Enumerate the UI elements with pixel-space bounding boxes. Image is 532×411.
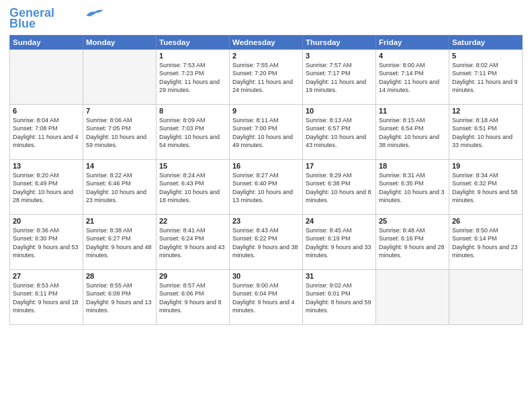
day-number: 9 [232, 107, 300, 115]
day-number: 6 [13, 107, 80, 115]
day-cell: 15Sunrise: 8:24 AM Sunset: 6:43 PM Dayli… [157, 159, 230, 214]
day-cell: 17Sunrise: 8:29 AM Sunset: 6:38 PM Dayli… [303, 159, 376, 214]
day-number: 23 [232, 217, 300, 225]
day-number: 4 [379, 52, 446, 60]
header: General Blue [9, 7, 523, 31]
day-cell: 20Sunrise: 8:36 AM Sunset: 6:30 PM Dayli… [10, 214, 83, 269]
day-number: 3 [306, 52, 373, 60]
day-info: Sunrise: 8:45 AM Sunset: 6:19 PM Dayligh… [306, 226, 373, 260]
day-info: Sunrise: 8:34 AM Sunset: 6:32 PM Dayligh… [452, 171, 519, 205]
day-info: Sunrise: 8:38 AM Sunset: 6:27 PM Dayligh… [86, 226, 153, 260]
day-info: Sunrise: 8:18 AM Sunset: 6:51 PM Dayligh… [452, 116, 519, 150]
day-cell: 29Sunrise: 8:57 AM Sunset: 6:06 PM Dayli… [157, 269, 230, 324]
day-number: 13 [13, 162, 80, 170]
page: General Blue SundayMondayTuesdayWednesda… [0, 0, 532, 411]
logo-blue: Blue [9, 17, 36, 31]
day-info: Sunrise: 8:22 AM Sunset: 6:46 PM Dayligh… [86, 171, 153, 205]
day-number: 14 [86, 162, 153, 170]
day-info: Sunrise: 8:27 AM Sunset: 6:40 PM Dayligh… [232, 171, 300, 205]
day-info: Sunrise: 8:55 AM Sunset: 6:09 PM Dayligh… [86, 281, 153, 315]
day-cell [449, 269, 523, 324]
day-number: 27 [13, 272, 80, 280]
day-info: Sunrise: 8:31 AM Sunset: 6:35 PM Dayligh… [379, 171, 446, 205]
day-cell: 14Sunrise: 8:22 AM Sunset: 6:46 PM Dayli… [83, 159, 157, 214]
calendar: SundayMondayTuesdayWednesdayThursdayFrid… [9, 35, 523, 325]
day-cell: 8Sunrise: 8:09 AM Sunset: 7:03 PM Daylig… [157, 104, 230, 159]
day-info: Sunrise: 8:09 AM Sunset: 7:03 PM Dayligh… [159, 116, 226, 150]
day-cell: 3Sunrise: 7:57 AM Sunset: 7:17 PM Daylig… [303, 49, 376, 104]
day-info: Sunrise: 7:53 AM Sunset: 7:23 PM Dayligh… [159, 61, 226, 95]
day-number: 8 [159, 107, 226, 115]
week-row-5: 27Sunrise: 8:53 AM Sunset: 6:11 PM Dayli… [10, 269, 523, 324]
day-cell: 11Sunrise: 8:15 AM Sunset: 6:54 PM Dayli… [376, 104, 449, 159]
day-info: Sunrise: 8:13 AM Sunset: 6:57 PM Dayligh… [306, 116, 373, 150]
day-number: 12 [452, 107, 519, 115]
weekday-header-row: SundayMondayTuesdayWednesdayThursdayFrid… [10, 35, 523, 49]
day-info: Sunrise: 7:55 AM Sunset: 7:20 PM Dayligh… [232, 61, 300, 95]
bird-icon [85, 7, 104, 19]
day-number: 19 [452, 162, 519, 170]
day-cell: 6Sunrise: 8:04 AM Sunset: 7:08 PM Daylig… [10, 104, 83, 159]
day-cell: 24Sunrise: 8:45 AM Sunset: 6:19 PM Dayli… [303, 214, 376, 269]
weekday-header-tuesday: Tuesday [157, 35, 230, 49]
day-cell: 26Sunrise: 8:50 AM Sunset: 6:14 PM Dayli… [449, 214, 523, 269]
day-cell [83, 49, 157, 104]
day-info: Sunrise: 8:41 AM Sunset: 6:24 PM Dayligh… [159, 226, 226, 260]
week-row-2: 6Sunrise: 8:04 AM Sunset: 7:08 PM Daylig… [10, 104, 523, 159]
day-cell: 7Sunrise: 8:06 AM Sunset: 7:05 PM Daylig… [83, 104, 157, 159]
day-info: Sunrise: 8:00 AM Sunset: 7:14 PM Dayligh… [379, 61, 446, 95]
day-info: Sunrise: 7:57 AM Sunset: 7:17 PM Dayligh… [306, 61, 373, 95]
day-cell: 23Sunrise: 8:43 AM Sunset: 6:22 PM Dayli… [230, 214, 303, 269]
day-info: Sunrise: 9:02 AM Sunset: 6:01 PM Dayligh… [306, 281, 373, 315]
weekday-header-friday: Friday [376, 35, 449, 49]
day-number: 29 [159, 272, 226, 280]
day-number: 17 [306, 162, 373, 170]
day-number: 5 [452, 52, 519, 60]
day-number: 1 [159, 52, 226, 60]
day-cell [10, 49, 83, 104]
day-cell: 25Sunrise: 8:48 AM Sunset: 6:16 PM Dayli… [376, 214, 449, 269]
day-number: 31 [306, 272, 373, 280]
day-info: Sunrise: 8:04 AM Sunset: 7:08 PM Dayligh… [13, 116, 80, 150]
day-info: Sunrise: 8:57 AM Sunset: 6:06 PM Dayligh… [159, 281, 226, 315]
day-cell: 31Sunrise: 9:02 AM Sunset: 6:01 PM Dayli… [303, 269, 376, 324]
day-cell: 30Sunrise: 9:00 AM Sunset: 6:04 PM Dayli… [230, 269, 303, 324]
day-info: Sunrise: 8:36 AM Sunset: 6:30 PM Dayligh… [13, 226, 80, 260]
day-cell: 22Sunrise: 8:41 AM Sunset: 6:24 PM Dayli… [157, 214, 230, 269]
day-cell: 28Sunrise: 8:55 AM Sunset: 6:09 PM Dayli… [83, 269, 157, 324]
day-info: Sunrise: 8:02 AM Sunset: 7:11 PM Dayligh… [452, 61, 519, 95]
day-info: Sunrise: 8:48 AM Sunset: 6:16 PM Dayligh… [379, 226, 446, 260]
day-cell: 9Sunrise: 8:11 AM Sunset: 7:00 PM Daylig… [230, 104, 303, 159]
day-cell: 4Sunrise: 8:00 AM Sunset: 7:14 PM Daylig… [376, 49, 449, 104]
day-info: Sunrise: 9:00 AM Sunset: 6:04 PM Dayligh… [232, 281, 300, 315]
day-info: Sunrise: 8:15 AM Sunset: 6:54 PM Dayligh… [379, 116, 446, 150]
day-cell: 19Sunrise: 8:34 AM Sunset: 6:32 PM Dayli… [449, 159, 523, 214]
day-info: Sunrise: 8:20 AM Sunset: 6:49 PM Dayligh… [13, 171, 80, 205]
day-number: 2 [232, 52, 300, 60]
day-info: Sunrise: 8:43 AM Sunset: 6:22 PM Dayligh… [232, 226, 300, 260]
day-cell: 18Sunrise: 8:31 AM Sunset: 6:35 PM Dayli… [376, 159, 449, 214]
day-cell: 12Sunrise: 8:18 AM Sunset: 6:51 PM Dayli… [449, 104, 523, 159]
week-row-4: 20Sunrise: 8:36 AM Sunset: 6:30 PM Dayli… [10, 214, 523, 269]
day-cell: 1Sunrise: 7:53 AM Sunset: 7:23 PM Daylig… [157, 49, 230, 104]
day-info: Sunrise: 8:29 AM Sunset: 6:38 PM Dayligh… [306, 171, 373, 205]
day-cell: 2Sunrise: 7:55 AM Sunset: 7:20 PM Daylig… [230, 49, 303, 104]
day-number: 15 [159, 162, 226, 170]
day-number: 18 [379, 162, 446, 170]
logo: General Blue [9, 7, 104, 31]
day-info: Sunrise: 8:24 AM Sunset: 6:43 PM Dayligh… [159, 171, 226, 205]
day-number: 22 [159, 217, 226, 225]
day-number: 25 [379, 217, 446, 225]
day-info: Sunrise: 8:06 AM Sunset: 7:05 PM Dayligh… [86, 116, 153, 150]
day-number: 24 [306, 217, 373, 225]
weekday-header-saturday: Saturday [449, 35, 523, 49]
day-cell [376, 269, 449, 324]
weekday-header-sunday: Sunday [10, 35, 83, 49]
day-cell: 5Sunrise: 8:02 AM Sunset: 7:11 PM Daylig… [449, 49, 523, 104]
day-number: 16 [232, 162, 300, 170]
week-row-3: 13Sunrise: 8:20 AM Sunset: 6:49 PM Dayli… [10, 159, 523, 214]
week-row-1: 1Sunrise: 7:53 AM Sunset: 7:23 PM Daylig… [10, 49, 523, 104]
day-number: 30 [232, 272, 300, 280]
day-cell: 27Sunrise: 8:53 AM Sunset: 6:11 PM Dayli… [10, 269, 83, 324]
day-number: 21 [86, 217, 153, 225]
